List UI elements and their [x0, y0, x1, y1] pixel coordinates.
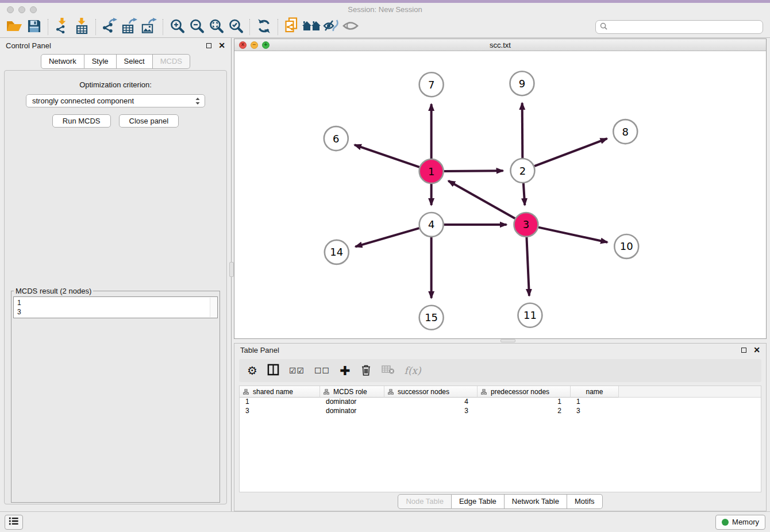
save-session-button[interactable]	[24, 18, 44, 36]
graph-node-15[interactable]: 15	[419, 306, 444, 330]
close-panel-icon[interactable]: ✕	[218, 43, 225, 48]
dropdown-chevrons-icon	[194, 97, 201, 106]
criterion-value: strongly connected component	[32, 97, 194, 105]
column-header[interactable]: successor nodes	[384, 386, 478, 398]
delete-button[interactable]	[360, 364, 372, 378]
graph-edge-3-11[interactable]	[526, 237, 529, 296]
network-window-controls[interactable]: × − +	[239, 41, 270, 49]
table-cell[interactable]: 3	[384, 407, 478, 416]
show-details-button[interactable]	[341, 18, 360, 36]
close-panel-button[interactable]: Close panel	[119, 114, 179, 128]
graph-edge-3-10[interactable]	[538, 228, 607, 242]
run-mcds-button[interactable]: Run MCDS	[52, 114, 111, 128]
column-header[interactable]: predecessor nodes	[478, 386, 571, 398]
network-minimize-button[interactable]: −	[251, 41, 258, 49]
tab-mcds[interactable]: MCDS	[153, 54, 190, 69]
graph-edge-2-8[interactable]	[534, 138, 607, 166]
function-builder-button[interactable]: f(x)	[405, 365, 421, 376]
column-header[interactable]: name	[571, 386, 619, 398]
delete-table-button[interactable]	[382, 365, 395, 376]
horizontal-splitter-handle[interactable]	[500, 339, 515, 342]
task-history-button[interactable]	[5, 515, 23, 530]
table-row[interactable]: 1dominator411	[240, 398, 761, 407]
graph-edge-2-9[interactable]	[522, 103, 523, 158]
zoom-out-button[interactable]	[187, 18, 206, 36]
refresh-view-button[interactable]	[254, 18, 274, 36]
search-input[interactable]	[610, 23, 759, 31]
graph-node-3[interactable]: 3	[514, 213, 538, 237]
graph-node-6[interactable]: 6	[324, 126, 348, 151]
horizontal-splitter[interactable]	[234, 339, 767, 343]
graph-node-1[interactable]: 1	[419, 159, 444, 183]
clear-selection-button[interactable]: ☐☐	[314, 366, 330, 375]
network-canvas[interactable]: 1234678910111415	[234, 51, 766, 338]
select-all-button[interactable]: ☑☑	[289, 366, 305, 375]
graph-edge-2-3[interactable]	[523, 183, 525, 205]
tab-select[interactable]: Select	[117, 54, 153, 69]
table-cell[interactable]: 3	[571, 407, 619, 416]
tab-edge-table[interactable]: Edge Table	[452, 494, 505, 509]
gear-icon: ⚙	[247, 364, 257, 377]
graph-edge-4-14[interactable]	[355, 228, 419, 246]
graph-node-14[interactable]: 14	[325, 240, 349, 264]
graph-node-8[interactable]: 8	[613, 119, 637, 144]
graph-node-4[interactable]: 4	[419, 213, 444, 237]
graph-node-2[interactable]: 2	[510, 159, 534, 183]
attribute-type-icon	[481, 389, 487, 395]
houses-button[interactable]	[302, 18, 321, 36]
table-cell[interactable]: 3	[240, 407, 320, 416]
float-panel-icon[interactable]	[206, 43, 211, 48]
table-cell[interactable]: dominator	[320, 398, 384, 407]
table-cell[interactable]: 1	[571, 398, 619, 407]
import-table-button[interactable]	[72, 18, 91, 36]
table-cell[interactable]: 4	[384, 398, 478, 407]
table-settings-button[interactable]: ⚙	[247, 364, 257, 377]
zoom-in-button[interactable]	[167, 18, 187, 36]
network-maximize-button[interactable]: +	[262, 41, 270, 49]
criterion-dropdown[interactable]: strongly connected component	[26, 94, 205, 107]
export-table-button[interactable]	[120, 18, 139, 36]
graph-node-11[interactable]: 11	[518, 303, 542, 327]
open-session-button[interactable]	[5, 18, 24, 36]
tab-motifs[interactable]: Motifs	[567, 494, 603, 509]
graph-node-9[interactable]: 9	[510, 71, 534, 95]
clone-network-button[interactable]	[282, 18, 302, 36]
table-cell[interactable]: 2	[478, 407, 571, 416]
column-header[interactable]: shared name	[240, 386, 320, 398]
import-network-button[interactable]	[52, 18, 72, 36]
graph-node-7[interactable]: 7	[419, 72, 444, 97]
table-close-icon[interactable]: ✕	[753, 348, 760, 353]
network-close-button[interactable]: ×	[239, 41, 247, 49]
header-filler	[619, 386, 761, 398]
memory-button[interactable]: Memory	[715, 515, 765, 530]
tab-network-table[interactable]: Network Table	[505, 494, 567, 509]
network-window-titlebar[interactable]: × − + scc.txt	[234, 39, 766, 51]
show-details-eye-icon	[342, 19, 359, 34]
table-cell[interactable]: 1	[240, 398, 320, 407]
zoom-selected-button[interactable]	[226, 18, 245, 36]
clear-selection-icon: ☐☐	[314, 366, 330, 375]
show-columns-button[interactable]	[267, 364, 279, 377]
table-cell[interactable]: 1	[478, 398, 571, 407]
add-button[interactable]: ✚	[340, 364, 350, 378]
table-float-icon[interactable]	[741, 348, 746, 353]
fit-content-button[interactable]	[206, 18, 226, 36]
mcds-result-area[interactable]: 1 3	[13, 296, 218, 318]
table-row[interactable]: 3dominator323	[240, 407, 761, 416]
node-table[interactable]: shared nameMCDS rolesuccessor nodesprede…	[239, 385, 761, 492]
export-network-button[interactable]	[100, 18, 120, 36]
graph-edge-1-6[interactable]	[355, 145, 419, 167]
graph-node-10[interactable]: 10	[614, 234, 638, 259]
tab-node-table[interactable]: Node Table	[398, 494, 452, 509]
tab-style[interactable]: Style	[84, 54, 117, 69]
graph-edge-1-2[interactable]	[444, 171, 503, 171]
export-image-button[interactable]	[139, 18, 159, 36]
table-cell[interactable]: dominator	[320, 407, 384, 416]
search-field[interactable]	[595, 20, 763, 34]
vertical-splitter-handle[interactable]	[229, 262, 234, 277]
graph-edge-3-1[interactable]	[448, 181, 515, 218]
apply-style-button[interactable]	[321, 18, 341, 36]
column-header[interactable]: MCDS role	[320, 386, 384, 398]
tab-network[interactable]: Network	[41, 54, 84, 69]
result-scrollbar[interactable]	[210, 298, 217, 317]
